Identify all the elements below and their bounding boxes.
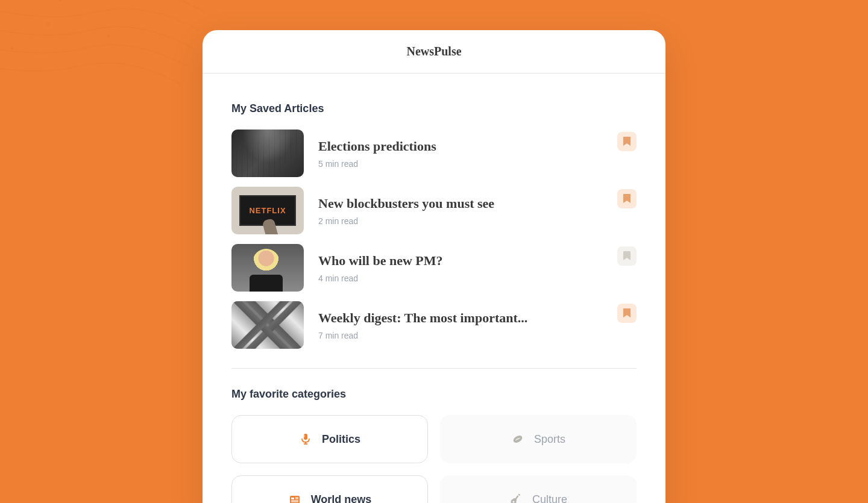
news-icon <box>288 493 301 503</box>
svg-point-5 <box>107 35 110 37</box>
bookmark-icon <box>623 251 631 261</box>
category-label: Sports <box>534 433 565 446</box>
microphone-icon <box>299 433 312 446</box>
article-title: Elections predictions <box>318 139 603 154</box>
article-item[interactable]: Weekly digest: The most important... 7 m… <box>231 301 637 349</box>
categories-title: My favorite categories <box>231 388 637 401</box>
category-label: Politics <box>322 433 360 446</box>
svg-point-4 <box>11 47 13 49</box>
football-icon <box>511 433 524 446</box>
article-info: Elections predictions 5 min read <box>318 139 603 169</box>
article-info: New blockbusters you must see 2 min read <box>318 196 603 226</box>
article-read-time: 2 min read <box>318 216 603 226</box>
bookmark-button[interactable] <box>617 132 637 151</box>
main-content: My Saved Articles Elections predictions … <box>203 73 665 503</box>
article-title: Weekly digest: The most important... <box>318 310 603 326</box>
article-title: New blockbusters you must see <box>318 196 603 211</box>
article-thumbnail <box>231 244 304 292</box>
article-item[interactable]: Elections predictions 5 min read <box>231 130 637 177</box>
bookmark-icon <box>623 194 631 204</box>
article-read-time: 7 min read <box>318 331 603 340</box>
article-thumbnail <box>231 301 304 349</box>
svg-rect-25 <box>518 494 521 496</box>
section-divider <box>231 368 637 369</box>
article-info: Weekly digest: The most important... 7 m… <box>318 310 603 340</box>
article-info: Who will be new PM? 4 min read <box>318 253 603 283</box>
app-title: NewsPulse <box>203 45 665 58</box>
bookmark-icon <box>623 308 631 318</box>
bookmark-button[interactable] <box>617 304 637 323</box>
category-world-news[interactable]: World news <box>231 475 428 503</box>
bookmark-button[interactable] <box>617 246 637 266</box>
article-thumbnail <box>231 130 304 177</box>
bookmark-icon <box>623 137 631 146</box>
svg-point-1 <box>59 0 61 1</box>
article-list: Elections predictions 5 min read New blo… <box>231 130 637 368</box>
categories-grid: Politics Sports <box>231 415 637 503</box>
svg-point-3 <box>47 23 49 25</box>
article-read-time: 4 min read <box>318 273 603 283</box>
guitar-icon <box>509 493 523 503</box>
svg-rect-16 <box>291 498 294 499</box>
bookmark-button[interactable] <box>617 189 637 208</box>
category-politics[interactable]: Politics <box>231 415 428 463</box>
article-item[interactable]: New blockbusters you must see 2 min read <box>231 187 637 234</box>
category-sports[interactable]: Sports <box>440 415 637 463</box>
saved-articles-title: My Saved Articles <box>231 102 637 115</box>
article-thumbnail <box>231 187 304 234</box>
category-label: World news <box>311 493 372 504</box>
category-label: Culture <box>532 493 567 504</box>
article-read-time: 5 min read <box>318 159 603 169</box>
svg-point-23 <box>512 501 514 503</box>
article-item[interactable]: Who will be new PM? 4 min read <box>231 244 637 292</box>
article-title: Who will be new PM? <box>318 253 603 269</box>
category-culture[interactable]: Culture <box>440 475 637 503</box>
app-header: NewsPulse <box>203 30 665 73</box>
app-card: NewsPulse My Saved Articles Elections pr… <box>203 30 665 503</box>
